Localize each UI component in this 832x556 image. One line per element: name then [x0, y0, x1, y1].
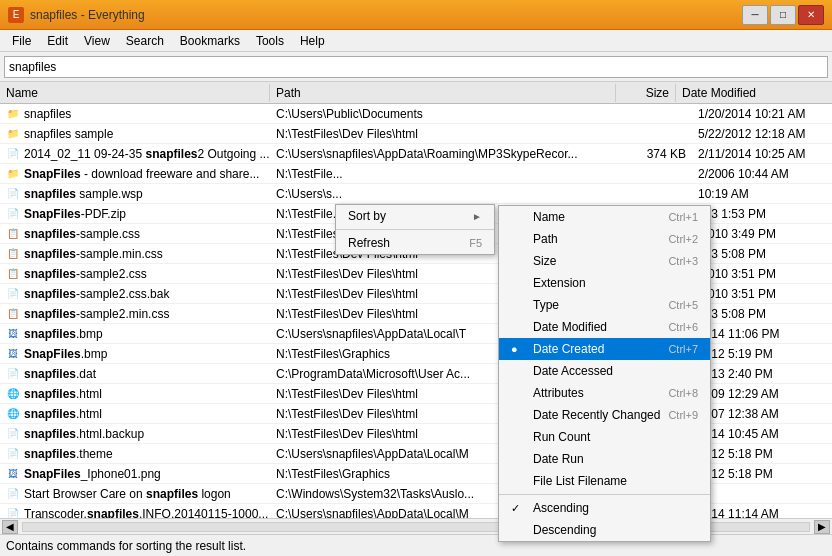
- submenu-label: File List Filename: [533, 474, 690, 488]
- submenu-label: Attributes: [533, 386, 660, 400]
- submenu-item-date-created[interactable]: ● Date Created Ctrl+7: [499, 338, 710, 360]
- submenu-shortcut: Ctrl+7: [668, 343, 698, 355]
- submenu-item-date-accessed[interactable]: Date Accessed: [499, 360, 710, 382]
- submenu-shortcut: Ctrl+1: [668, 211, 698, 223]
- context-menu-overlay: Sort by ► Refresh F5 Name Ctrl+1 Path Ct…: [0, 82, 832, 534]
- submenu-shortcut: Ctrl+3: [668, 255, 698, 267]
- submenu-item-date-recently-changed[interactable]: Date Recently Changed Ctrl+9: [499, 404, 710, 426]
- submenu-shortcut: Ctrl+2: [668, 233, 698, 245]
- submenu-shortcut: Ctrl+6: [668, 321, 698, 333]
- ctx-divider1: [336, 229, 494, 230]
- submenu-label: Date Recently Changed: [533, 408, 660, 422]
- submenu-label: Date Modified: [533, 320, 660, 334]
- descending-label: Descending: [533, 523, 698, 537]
- ctx-sort-by-label: Sort by: [348, 209, 386, 223]
- submenu-item-extension[interactable]: Extension: [499, 272, 710, 294]
- main-content: Name Path Size Date Modified 📁 snapfiles…: [0, 82, 832, 534]
- menu-view[interactable]: View: [76, 32, 118, 50]
- maximize-button[interactable]: □: [770, 5, 796, 25]
- submenu-item-path[interactable]: Path Ctrl+2: [499, 228, 710, 250]
- context-menu: Sort by ► Refresh F5 Name Ctrl+1 Path Ct…: [335, 204, 495, 255]
- submenu-label: Path: [533, 232, 660, 246]
- status-text: Contains commands for sorting the result…: [6, 539, 246, 553]
- submenu-item-run-count[interactable]: Run Count: [499, 426, 710, 448]
- app-icon: E: [8, 7, 24, 23]
- window-title: snapfiles - Everything: [30, 8, 145, 22]
- ctx-sort-by[interactable]: Sort by ►: [336, 205, 494, 227]
- submenu-label: Date Created: [533, 342, 660, 356]
- menu-help[interactable]: Help: [292, 32, 333, 50]
- submenu-item-attributes[interactable]: Attributes Ctrl+8: [499, 382, 710, 404]
- menu-search[interactable]: Search: [118, 32, 172, 50]
- toolbar: [0, 52, 832, 82]
- ascending-label: Ascending: [533, 501, 698, 515]
- ctx-refresh[interactable]: Refresh F5: [336, 232, 494, 254]
- menu-tools[interactable]: Tools: [248, 32, 292, 50]
- ascending-check: ✓: [511, 502, 525, 515]
- submenu-label: Date Accessed: [533, 364, 690, 378]
- submenu-label: Name: [533, 210, 660, 224]
- ctx-sort-arrow: ►: [472, 211, 482, 222]
- submenu-item-name[interactable]: Name Ctrl+1: [499, 206, 710, 228]
- menu-bookmarks[interactable]: Bookmarks: [172, 32, 248, 50]
- submenu-shortcut: Ctrl+8: [668, 387, 698, 399]
- submenu-label: Extension: [533, 276, 690, 290]
- submenu-item-date-modified[interactable]: Date Modified Ctrl+6: [499, 316, 710, 338]
- submenu-label: Type: [533, 298, 660, 312]
- title-bar-left: E snapfiles - Everything: [8, 7, 145, 23]
- menu-bar: File Edit View Search Bookmarks Tools He…: [0, 30, 832, 52]
- menu-edit[interactable]: Edit: [39, 32, 76, 50]
- submenu-descending[interactable]: Descending: [499, 519, 710, 541]
- submenu-label: Run Count: [533, 430, 690, 444]
- submenu-item-size[interactable]: Size Ctrl+3: [499, 250, 710, 272]
- submenu-item-type[interactable]: Type Ctrl+5: [499, 294, 710, 316]
- ctx-refresh-label: Refresh: [348, 236, 390, 250]
- menu-file[interactable]: File: [4, 32, 39, 50]
- close-button[interactable]: ✕: [798, 5, 824, 25]
- minimize-button[interactable]: ─: [742, 5, 768, 25]
- submenu: Name Ctrl+1 Path Ctrl+2 Size Ctrl+3 Exte…: [498, 205, 711, 542]
- search-input[interactable]: [4, 56, 828, 78]
- submenu-label: Size: [533, 254, 660, 268]
- ctx-refresh-shortcut: F5: [469, 237, 482, 249]
- submenu-item-file-list-filename[interactable]: File List Filename: [499, 470, 710, 492]
- submenu-divider: [499, 494, 710, 495]
- submenu-shortcut: Ctrl+9: [668, 409, 698, 421]
- submenu-radio: ●: [511, 343, 525, 355]
- submenu-item-date-run[interactable]: Date Run: [499, 448, 710, 470]
- submenu-shortcut: Ctrl+5: [668, 299, 698, 311]
- submenu-ascending[interactable]: ✓ Ascending: [499, 497, 710, 519]
- submenu-label: Date Run: [533, 452, 690, 466]
- title-bar: E snapfiles - Everything ─ □ ✕: [0, 0, 832, 30]
- window-controls: ─ □ ✕: [742, 5, 824, 25]
